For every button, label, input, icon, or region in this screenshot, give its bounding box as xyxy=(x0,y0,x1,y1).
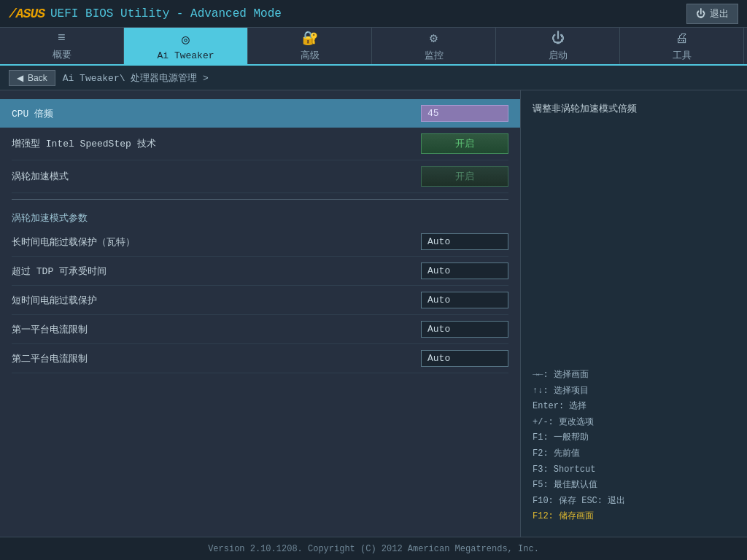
hint-enter: Enter: 选择 xyxy=(533,399,735,415)
ai-tweaker-icon: ◎ xyxy=(182,31,190,47)
help-text: 调整非涡轮加速模式倍频 xyxy=(533,102,735,117)
exit-button[interactable]: ⏻ 退出 xyxy=(686,4,738,24)
top-bar: /ASUS UEFI BIOS Utility - Advanced Mode … xyxy=(0,0,747,28)
cpu-freq-value-container: 45 xyxy=(421,105,508,122)
tdp-time-row[interactable]: 超过 TDP 可承受时间 Auto xyxy=(12,257,508,286)
short-power-value-container: Auto xyxy=(421,292,508,308)
turbo-params-label: 涡轮加速模式参数 xyxy=(12,213,88,224)
short-power-row[interactable]: 短时间电能过载保护 Auto xyxy=(12,286,508,315)
platform2-label: 第二平台电流限制 xyxy=(12,352,88,365)
speedstep-label: 增强型 Intel SpeedStep 技术 xyxy=(12,137,156,150)
cpu-freq-row[interactable]: CPU 倍频 45 xyxy=(0,99,520,128)
left-panel: CPU 倍频 45 增强型 Intel SpeedStep 技术 开启 涡轮加速… xyxy=(0,90,521,537)
short-power-label: 短时间电能过载保护 xyxy=(12,294,97,307)
back-label: Back xyxy=(28,73,47,83)
nav-tabs: ≡ 概要 ◎ Ai Tweaker 🔐 高级 ⚙ 监控 ⏻ 启动 🖨 工具 xyxy=(0,28,747,66)
hint-f1: F1: 一般帮助 xyxy=(533,430,735,446)
hint-f10: F10: 保存 ESC: 退出 xyxy=(533,494,735,510)
exit-label: 退出 xyxy=(710,7,729,20)
hint-f5: F5: 最佳默认值 xyxy=(533,478,735,494)
section-divider xyxy=(12,199,508,200)
keyboard-hints: →←: 选择画面 ↑↓: 选择项目 Enter: 选择 +/-: 更改选项 F1… xyxy=(533,368,735,525)
breadcrumb-path: Ai Tweaker\ 处理器电源管理 > xyxy=(63,71,209,85)
tab-overview[interactable]: ≡ 概要 xyxy=(0,28,124,64)
bios-title: UEFI BIOS Utility - Advanced Mode xyxy=(50,7,282,20)
platform2-value-container: Auto xyxy=(421,350,508,367)
tab-ai-tweaker[interactable]: ◎ Ai Tweaker xyxy=(124,28,248,64)
tab-advanced-label: 高级 xyxy=(301,49,320,62)
long-power-value-container: Auto xyxy=(421,233,508,250)
speedstep-value[interactable]: 开启 xyxy=(421,133,508,154)
hint-arrows: →←: 选择画面 xyxy=(533,368,735,384)
top-bar-left: /ASUS UEFI BIOS Utility - Advanced Mode xyxy=(9,7,282,21)
bottom-bar: Version 2.10.1208. Copyright (C) 2012 Am… xyxy=(0,537,747,560)
overview-icon: ≡ xyxy=(58,31,66,45)
tab-overview-label: 概要 xyxy=(53,48,71,61)
speedstep-value-container: 开启 xyxy=(421,133,508,154)
platform1-label: 第一平台电流限制 xyxy=(12,323,88,336)
platform2-row[interactable]: 第二平台电流限制 Auto xyxy=(12,344,508,373)
platform1-value-container: Auto xyxy=(421,321,508,338)
turbo-value[interactable]: 开启 xyxy=(421,166,508,187)
platform2-value: Auto xyxy=(421,350,508,367)
hint-updown: ↑↓: 选择项目 xyxy=(533,384,735,400)
cpu-freq-value: 45 xyxy=(421,105,508,122)
exit-icon: ⏻ xyxy=(696,8,705,19)
tab-monitor[interactable]: ⚙ 监控 xyxy=(372,28,496,64)
long-power-value: Auto xyxy=(421,233,508,250)
main-content: CPU 倍频 45 增强型 Intel SpeedStep 技术 开启 涡轮加速… xyxy=(0,90,747,537)
back-button[interactable]: ◀ Back xyxy=(9,70,55,86)
platform1-value: Auto xyxy=(421,321,508,338)
turbo-params-header: 涡轮加速模式参数 xyxy=(12,206,508,228)
platform1-row[interactable]: 第一平台电流限制 Auto xyxy=(12,315,508,344)
tab-advanced[interactable]: 🔐 高级 xyxy=(248,28,372,64)
boot-icon: ⏻ xyxy=(551,31,565,46)
speedstep-row[interactable]: 增强型 Intel SpeedStep 技术 开启 xyxy=(12,128,508,160)
hint-f3: F3: Shortcut xyxy=(533,462,735,478)
tab-tools[interactable]: 🖨 工具 xyxy=(620,28,744,64)
tab-tools-label: 工具 xyxy=(673,49,692,62)
long-power-label: 长时间电能过载保护（瓦特） xyxy=(12,236,135,249)
tab-boot-label: 启动 xyxy=(549,49,568,62)
tab-monitor-label: 监控 xyxy=(425,49,444,62)
tools-icon: 🖨 xyxy=(676,31,689,46)
back-arrow-icon: ◀ xyxy=(17,73,23,83)
asus-logo: /ASUS xyxy=(9,7,44,21)
hint-f2: F2: 先前值 xyxy=(533,446,735,462)
turbo-label: 涡轮加速模式 xyxy=(12,170,69,183)
hint-f12: F12: 储存画面 xyxy=(533,509,735,525)
cpu-freq-label: CPU 倍频 xyxy=(12,107,53,120)
turbo-value-container: 开启 xyxy=(421,166,508,187)
right-panel: 调整非涡轮加速模式倍频 →←: 选择画面 ↑↓: 选择项目 Enter: 选择 … xyxy=(521,90,747,537)
hint-plusminus: +/-: 更改选项 xyxy=(533,415,735,431)
tdp-time-value: Auto xyxy=(421,262,508,279)
tdp-time-label: 超过 TDP 可承受时间 xyxy=(12,265,107,278)
version-text: Version 2.10.1208. Copyright (C) 2012 Am… xyxy=(208,544,539,554)
short-power-value: Auto xyxy=(421,292,508,308)
breadcrumb-bar: ◀ Back Ai Tweaker\ 处理器电源管理 > xyxy=(0,66,747,90)
tab-boot[interactable]: ⏻ 启动 xyxy=(496,28,620,64)
monitor-icon: ⚙ xyxy=(430,30,438,46)
long-power-row[interactable]: 长时间电能过载保护（瓦特） Auto xyxy=(12,228,508,257)
tab-ai-tweaker-label: Ai Tweaker xyxy=(157,50,214,61)
advanced-icon: 🔐 xyxy=(302,30,318,46)
turbo-row[interactable]: 涡轮加速模式 开启 xyxy=(12,160,508,193)
tdp-time-value-container: Auto xyxy=(421,262,508,279)
